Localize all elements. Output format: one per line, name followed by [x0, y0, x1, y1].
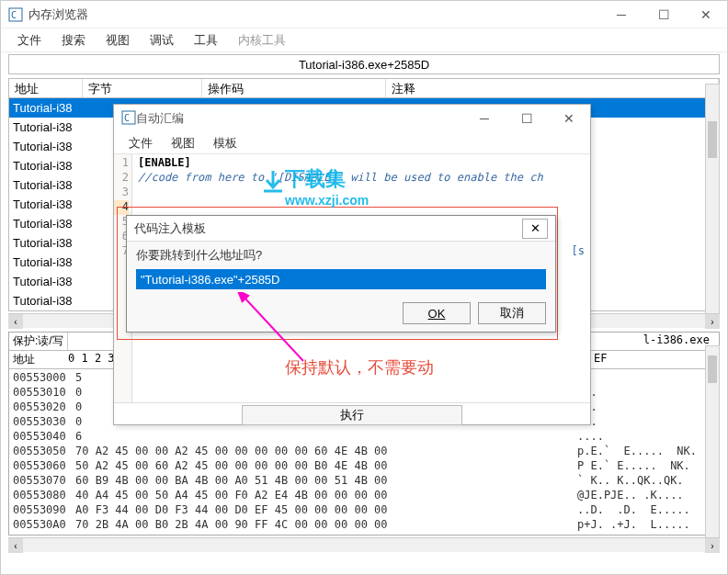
disasm-header: 地址 字节 操作码 注释 — [8, 78, 720, 98]
menu-debug[interactable]: 调试 — [142, 30, 181, 51]
col-address[interactable]: 地址 — [9, 79, 83, 97]
hex-row: 0055308040 A4 45 00 50 A4 45 00 F0 A2 E4… — [13, 489, 715, 503]
code-injection-dialog: 代码注入模板 ✕ 你要跳转到什么地址吗? OK 取消 — [126, 215, 556, 333]
hex-row: 00553090A0 F3 44 00 D0 F3 44 00 D0 EF 45… — [13, 503, 715, 518]
execute-button[interactable]: 执行 — [242, 405, 462, 425]
hex-row: 0055307060 B9 4B 00 00 BA 4B 00 A0 51 4B… — [13, 474, 715, 489]
aa-menubar: 文件 视图 模板 — [114, 132, 590, 154]
code-line: [ENABLE] — [138, 156, 191, 169]
address-bar-text: Tutorial-i386.exe+2585D — [299, 58, 429, 72]
hex-row: 0055305070 A2 45 00 00 A2 45 00 00 00 00… — [13, 445, 715, 459]
aa-menu-view[interactable]: 视图 — [165, 133, 200, 153]
close-button[interactable]: ✕ — [548, 105, 590, 132]
menu-file[interactable]: 文件 — [10, 30, 49, 51]
inj-buttons: OK 取消 — [127, 295, 555, 324]
aa-titlebar: C 自动汇编 ─ ☐ ✕ — [114, 105, 590, 132]
svg-text:C: C — [11, 10, 17, 20]
aa-window-controls: ─ ☐ ✕ — [463, 105, 590, 132]
scroll-right-icon[interactable]: › — [705, 538, 720, 553]
close-button[interactable]: ✕ — [685, 1, 727, 28]
window-controls: ─ ☐ ✕ — [600, 1, 727, 28]
ok-button[interactable]: OK — [403, 302, 471, 324]
main-menubar: 文件 搜索 视图 调试 工具 内核工具 — [1, 28, 727, 52]
scroll-left-icon[interactable]: ‹ — [8, 314, 23, 329]
aa-exec-bar: 执行 — [114, 402, 590, 426]
hex-ascii-col: EF — [590, 351, 719, 368]
inj-prompt: 你要跳转到什么地址吗? — [136, 247, 546, 264]
hex-scrollbar[interactable] — [705, 345, 720, 538]
inj-title: 代码注入模板 — [134, 220, 206, 237]
disasm-scrollbar[interactable] — [705, 84, 720, 322]
menu-kernel-tools[interactable]: 内核工具 — [231, 30, 293, 51]
menu-view[interactable]: 视图 — [98, 30, 137, 51]
aa-menu-file[interactable]: 文件 — [123, 133, 158, 153]
inj-body: 你要跳转到什么地址吗? — [127, 242, 555, 295]
maximize-button[interactable]: ☐ — [506, 105, 548, 132]
cancel-button[interactable]: 取消 — [478, 302, 546, 324]
hex-hscroll[interactable]: ‹ › — [8, 537, 720, 552]
app-icon: C — [121, 110, 136, 128]
col-opcode[interactable]: 操作码 — [202, 79, 386, 97]
hex-row: 0055306050 A2 45 00 60 A2 45 00 00 00 00… — [13, 459, 715, 474]
svg-text:C: C — [124, 113, 130, 123]
main-title: 内存浏览器 — [28, 6, 88, 23]
code-line: [s — [572, 244, 585, 257]
app-icon: C — [8, 7, 23, 22]
hex-addr-col: 地址 — [9, 351, 64, 368]
col-comment[interactable]: 注释 — [386, 79, 719, 97]
menu-tools[interactable]: 工具 — [187, 30, 225, 51]
maximize-button[interactable]: ☐ — [643, 1, 685, 28]
scroll-right-icon[interactable]: › — [705, 314, 720, 329]
aa-menu-template[interactable]: 模板 — [208, 133, 243, 153]
close-button[interactable]: ✕ — [522, 219, 548, 239]
annotation-text: 保持默认，不需要动 — [285, 356, 434, 378]
col-bytes[interactable]: 字节 — [83, 79, 202, 97]
address-bar[interactable]: Tutorial-i386.exe+2585D — [8, 54, 720, 74]
minimize-button[interactable]: ─ — [600, 1, 643, 28]
inj-titlebar: 代码注入模板 ✕ — [127, 216, 555, 242]
hex-row: 005530406.... — [13, 430, 715, 445]
code-line: //code from here to '[DISABLE]' will be … — [138, 171, 543, 184]
address-input[interactable] — [136, 269, 546, 289]
minimize-button[interactable]: ─ — [463, 105, 506, 132]
scroll-left-icon[interactable]: ‹ — [8, 538, 23, 553]
aa-title: 自动汇编 — [136, 110, 184, 127]
main-titlebar: C 内存浏览器 ─ ☐ ✕ — [1, 1, 727, 28]
protect-label: 保护:读/写 — [9, 333, 68, 350]
menu-search[interactable]: 搜索 — [54, 30, 93, 51]
hex-row: 005530A070 2B 4A 00 B0 2B 4A 00 90 FF 4C… — [13, 518, 715, 533]
